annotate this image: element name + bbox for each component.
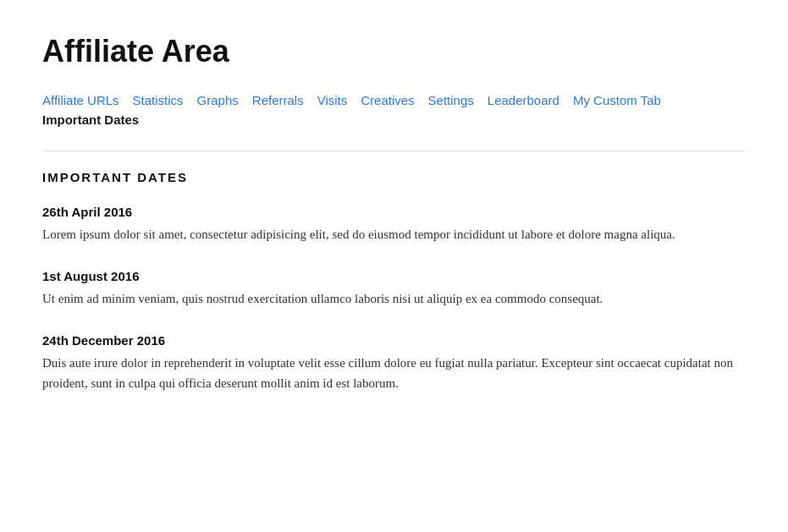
- tab-my-custom-tab[interactable]: My Custom Tab: [573, 93, 661, 107]
- tab-leaderboard[interactable]: Leaderboard: [488, 93, 559, 107]
- tab-settings[interactable]: Settings: [428, 93, 474, 107]
- tab-referrals[interactable]: Referrals: [252, 93, 304, 107]
- date-label-3: 24th December 2016: [42, 333, 746, 348]
- date-label-2: 1st August 2016: [42, 269, 746, 283]
- tab-affiliate-urls[interactable]: Affiliate URLs: [42, 93, 119, 107]
- tab-statistics[interactable]: Statistics: [133, 93, 184, 107]
- date-entry-2: 1st August 2016 Ut enim ad minim veniam,…: [42, 269, 746, 310]
- tab-creatives[interactable]: Creatives: [361, 93, 414, 107]
- tab-visits[interactable]: Visits: [317, 93, 348, 107]
- divider: [42, 151, 746, 151]
- date-entry-3: 24th December 2016 Duis aute irure dolor…: [42, 333, 746, 395]
- date-label-1: 26th April 2016: [42, 205, 746, 219]
- date-text-2: Ut enim ad minim veniam, quis nostrud ex…: [42, 288, 746, 310]
- section-heading: Important Dates: [42, 170, 746, 184]
- tab-important-dates[interactable]: Important Dates: [42, 112, 139, 127]
- date-text-1: Lorem ipsum dolor sit amet, consectetur …: [42, 224, 746, 245]
- date-text-3: Duis aute irure dolor in reprehenderit i…: [42, 353, 746, 395]
- date-entry-1: 26th April 2016 Lorem ipsum dolor sit am…: [42, 205, 746, 245]
- nav-tabs: Affiliate URLs Statistics Graphs Referra…: [42, 93, 746, 132]
- tab-graphs[interactable]: Graphs: [197, 93, 239, 107]
- page-title: Affiliate Area: [42, 34, 746, 69]
